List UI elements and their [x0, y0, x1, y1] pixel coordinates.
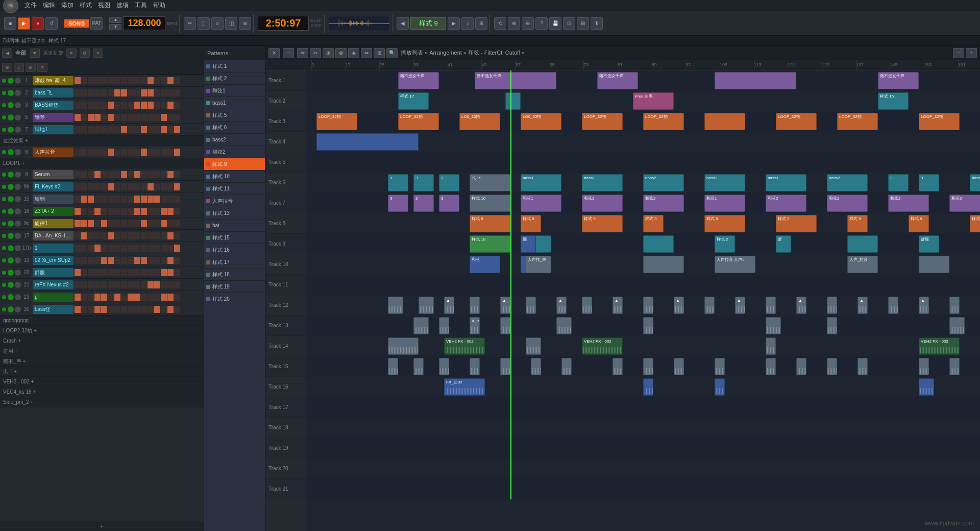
ch-pad-1-13[interactable] — [161, 89, 167, 96]
mixer-icon[interactable]: ⊞ — [475, 17, 487, 30]
ch-pad-4-15[interactable] — [174, 126, 180, 133]
ch-pad-0-12[interactable] — [154, 77, 160, 84]
clip-track2-4[interactable]: LOOP_32拍 — [582, 113, 623, 130]
track-row-13[interactable]: VEH2 FX - 002VEH2 FX - 002VEH2 FX - 002 — [306, 336, 980, 356]
clip-track11-10[interactable]: ▲ — [674, 297, 684, 314]
ch-pad-4-8[interactable] — [128, 126, 134, 133]
ch-pad-10-14[interactable] — [167, 196, 174, 203]
ch-pad-17-5[interactable] — [108, 281, 114, 288]
channel-row-21[interactable]: LOOP2 32拍 + — [0, 326, 204, 336]
ch-pad-13-13[interactable] — [161, 232, 167, 239]
ch-pad-1-8[interactable] — [128, 89, 134, 96]
ch-pad-3-14[interactable] — [167, 114, 174, 121]
ch-pad-16-14[interactable] — [167, 269, 174, 276]
ch-pad-1-5[interactable] — [108, 89, 114, 96]
ch-solo-12[interactable] — [15, 221, 21, 227]
ch-pad-6-8[interactable] — [128, 149, 134, 156]
ch-pad-3-13[interactable] — [161, 114, 167, 121]
ch-pad-13-6[interactable] — [114, 232, 120, 239]
ch-pad-18-5[interactable] — [108, 294, 114, 301]
clip-track2-7[interactable]: LOOP_32拍 — [776, 113, 817, 130]
ch-pad-12-12[interactable] — [154, 220, 160, 227]
ch-pad-15-4[interactable] — [101, 257, 107, 264]
ch-pad-15-9[interactable] — [134, 257, 140, 264]
ch-pad-18-6[interactable] — [114, 294, 120, 301]
ch-pad-17-7[interactable] — [121, 281, 127, 288]
track-row-10[interactable] — [306, 275, 980, 295]
ch-pad-1-9[interactable] — [134, 89, 140, 96]
ch-pad-18-2[interactable] — [88, 294, 94, 301]
ch-pad-4-14[interactable] — [167, 126, 174, 133]
clip-track11-16[interactable]: ▲ — [857, 297, 868, 314]
ch-name-18[interactable]: pl — [33, 293, 74, 302]
clip-track12-3[interactable] — [500, 317, 510, 334]
channel-row-3[interactable]: 5 钢琴 — [0, 111, 204, 124]
ch-name-9[interactable]: FL Keys #2 — [33, 182, 74, 191]
clip-track2-2[interactable]: LO0_32拍 — [459, 113, 500, 130]
menu-edit[interactable]: 编辑 — [43, 1, 55, 10]
clip-track1-2[interactable]: Free 曲率 — [633, 92, 674, 110]
clip-track5-5[interactable]: bass1 — [582, 174, 623, 191]
pattern-item-13[interactable]: 样式 13 — [204, 207, 265, 220]
ch-pad-8-1[interactable] — [81, 171, 87, 178]
channel-row-17[interactable]: 21 reFX Nexus #2 — [0, 279, 204, 291]
clip-track11-9[interactable] — [643, 297, 653, 314]
clip-track8-4[interactable]: 样式 2 — [715, 235, 735, 253]
clip-track11-5[interactable] — [526, 297, 536, 314]
track-row-14[interactable] — [306, 356, 980, 377]
ch-pad-10-12[interactable] — [154, 196, 160, 203]
ch-pad-16-5[interactable] — [108, 269, 114, 276]
brush-tool[interactable]: ≡ — [211, 17, 224, 30]
ch-pad-2-5[interactable] — [108, 102, 114, 109]
pattern-item-15[interactable]: 样式 15 — [204, 232, 265, 244]
ch-pad-3-7[interactable] — [121, 114, 127, 121]
arr-tool-1[interactable]: ✏ — [297, 48, 308, 58]
ch-pad-15-2[interactable] — [88, 257, 94, 264]
ch-pad-6-1[interactable] — [81, 149, 87, 156]
clip-track6-2[interactable]: 3 — [439, 195, 459, 212]
ch-pad-15-6[interactable] — [114, 257, 120, 264]
ch-pad-6-12[interactable] — [154, 149, 160, 156]
ch-pad-17-10[interactable] — [141, 281, 147, 288]
ch-pad-6-2[interactable] — [88, 149, 94, 156]
midi-button[interactable]: ⊡ — [563, 17, 575, 30]
ch-active-13[interactable] — [8, 233, 14, 239]
ch-pad-0-2[interactable] — [88, 77, 94, 84]
ch-name-6[interactable]: 人声拉音 — [33, 148, 74, 157]
ch-active-12[interactable] — [8, 221, 14, 227]
ch-solo-18[interactable] — [15, 294, 21, 300]
ch-name-14[interactable]: 1 — [33, 244, 74, 253]
ch-toolbar-1[interactable]: ⊕ — [2, 63, 12, 72]
ch-pad-2-14[interactable] — [167, 102, 174, 109]
clip-track14-13[interactable] — [827, 358, 837, 375]
clip-track14-6[interactable] — [561, 358, 572, 375]
ch-pad-15-8[interactable] — [128, 257, 134, 264]
ch-pad-8-5[interactable] — [108, 171, 114, 178]
clip-track9-4[interactable]: 人声拉音 人声# — [715, 256, 755, 273]
ch-pad-1-7[interactable] — [121, 89, 127, 96]
rewind-button[interactable]: ⟲ — [494, 17, 506, 30]
ch-pad-19-9[interactable] — [134, 306, 140, 313]
ch-pad-4-4[interactable] — [101, 126, 107, 133]
pattern-item-8[interactable]: 和弦2 — [204, 146, 265, 158]
clip-track5-9[interactable]: bass2 — [827, 174, 868, 191]
ch-pad-9-2[interactable] — [88, 183, 94, 190]
ch-pad-13-9[interactable] — [134, 232, 140, 239]
pattern-item-14[interactable]: hat — [204, 220, 265, 232]
arr-min-button[interactable]: ─ — [283, 48, 294, 58]
ch-pad-18-11[interactable] — [148, 294, 154, 301]
ch-pad-18-15[interactable] — [174, 294, 180, 301]
ch-name-2[interactable]: BASS铺垫 — [33, 101, 74, 110]
clip-track13-2[interactable] — [526, 337, 541, 355]
pattern-item-1[interactable]: 样式 1 — [204, 60, 265, 73]
pattern-item-16[interactable]: 样式 16 — [204, 244, 265, 256]
ch-name-8[interactable]: Serum — [33, 170, 74, 179]
ch-pad-13-10[interactable] — [141, 232, 147, 239]
ch-pad-4-5[interactable] — [108, 126, 114, 133]
ch-pad-11-13[interactable] — [161, 208, 167, 215]
ch-pad-15-7[interactable] — [121, 257, 127, 264]
clip-track14-12[interactable] — [796, 358, 806, 375]
track-row-17[interactable] — [306, 418, 980, 438]
ch-pad-9-1[interactable] — [81, 183, 87, 190]
ch-active-15[interactable] — [8, 257, 14, 263]
